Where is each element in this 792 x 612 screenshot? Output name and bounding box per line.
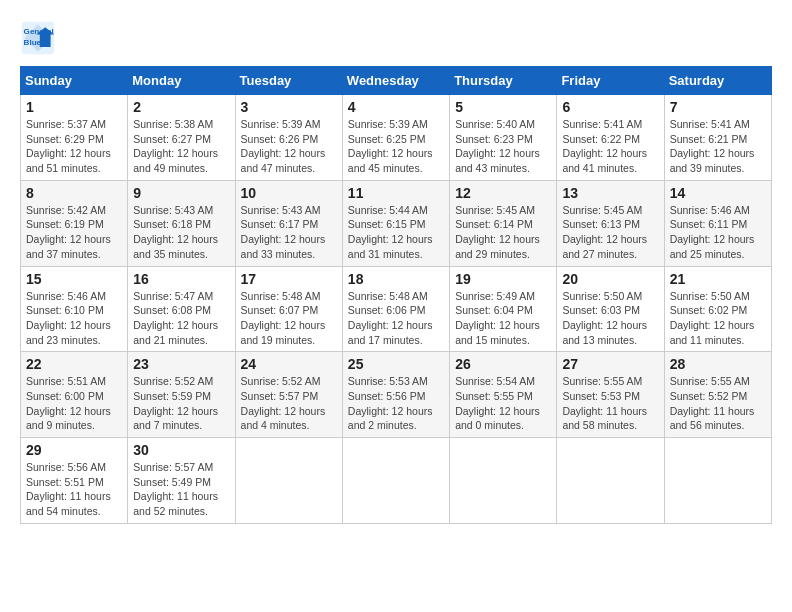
- calendar-cell: 16 Sunrise: 5:47 AM Sunset: 6:08 PM Dayl…: [128, 266, 235, 352]
- day-number: 25: [348, 356, 444, 372]
- calendar-cell: 30 Sunrise: 5:57 AM Sunset: 5:49 PM Dayl…: [128, 438, 235, 524]
- calendar-cell: 25 Sunrise: 5:53 AM Sunset: 5:56 PM Dayl…: [342, 352, 449, 438]
- day-info: Sunrise: 5:56 AM Sunset: 5:51 PM Dayligh…: [26, 460, 122, 519]
- day-info: Sunrise: 5:48 AM Sunset: 6:06 PM Dayligh…: [348, 289, 444, 348]
- calendar-cell: 23 Sunrise: 5:52 AM Sunset: 5:59 PM Dayl…: [128, 352, 235, 438]
- calendar-cell: 19 Sunrise: 5:49 AM Sunset: 6:04 PM Dayl…: [450, 266, 557, 352]
- day-number: 1: [26, 99, 122, 115]
- day-number: 22: [26, 356, 122, 372]
- day-info: Sunrise: 5:46 AM Sunset: 6:10 PM Dayligh…: [26, 289, 122, 348]
- day-info: Sunrise: 5:44 AM Sunset: 6:15 PM Dayligh…: [348, 203, 444, 262]
- page-header: General Blue: [20, 20, 772, 56]
- day-info: Sunrise: 5:47 AM Sunset: 6:08 PM Dayligh…: [133, 289, 229, 348]
- calendar-cell: 26 Sunrise: 5:54 AM Sunset: 5:55 PM Dayl…: [450, 352, 557, 438]
- col-friday: Friday: [557, 67, 664, 95]
- logo-icon: General Blue: [20, 20, 56, 56]
- day-info: Sunrise: 5:55 AM Sunset: 5:52 PM Dayligh…: [670, 374, 766, 433]
- day-number: 4: [348, 99, 444, 115]
- day-number: 20: [562, 271, 658, 287]
- day-number: 2: [133, 99, 229, 115]
- calendar-cell: 8 Sunrise: 5:42 AM Sunset: 6:19 PM Dayli…: [21, 180, 128, 266]
- calendar-cell: 12 Sunrise: 5:45 AM Sunset: 6:14 PM Dayl…: [450, 180, 557, 266]
- day-number: 12: [455, 185, 551, 201]
- day-info: Sunrise: 5:52 AM Sunset: 5:57 PM Dayligh…: [241, 374, 337, 433]
- calendar-cell: [342, 438, 449, 524]
- calendar-cell: 10 Sunrise: 5:43 AM Sunset: 6:17 PM Dayl…: [235, 180, 342, 266]
- day-info: Sunrise: 5:55 AM Sunset: 5:53 PM Dayligh…: [562, 374, 658, 433]
- calendar-cell: [664, 438, 771, 524]
- calendar-cell: 15 Sunrise: 5:46 AM Sunset: 6:10 PM Dayl…: [21, 266, 128, 352]
- calendar-header-row: Sunday Monday Tuesday Wednesday Thursday…: [21, 67, 772, 95]
- col-saturday: Saturday: [664, 67, 771, 95]
- day-number: 17: [241, 271, 337, 287]
- col-tuesday: Tuesday: [235, 67, 342, 95]
- col-monday: Monday: [128, 67, 235, 95]
- day-info: Sunrise: 5:54 AM Sunset: 5:55 PM Dayligh…: [455, 374, 551, 433]
- calendar-week-row: 1 Sunrise: 5:37 AM Sunset: 6:29 PM Dayli…: [21, 95, 772, 181]
- day-number: 3: [241, 99, 337, 115]
- day-info: Sunrise: 5:42 AM Sunset: 6:19 PM Dayligh…: [26, 203, 122, 262]
- day-info: Sunrise: 5:43 AM Sunset: 6:17 PM Dayligh…: [241, 203, 337, 262]
- day-info: Sunrise: 5:39 AM Sunset: 6:26 PM Dayligh…: [241, 117, 337, 176]
- calendar-cell: 7 Sunrise: 5:41 AM Sunset: 6:21 PM Dayli…: [664, 95, 771, 181]
- calendar-cell: 3 Sunrise: 5:39 AM Sunset: 6:26 PM Dayli…: [235, 95, 342, 181]
- day-number: 13: [562, 185, 658, 201]
- day-info: Sunrise: 5:38 AM Sunset: 6:27 PM Dayligh…: [133, 117, 229, 176]
- calendar-cell: 11 Sunrise: 5:44 AM Sunset: 6:15 PM Dayl…: [342, 180, 449, 266]
- day-number: 16: [133, 271, 229, 287]
- col-thursday: Thursday: [450, 67, 557, 95]
- calendar-cell: [557, 438, 664, 524]
- calendar-cell: 4 Sunrise: 5:39 AM Sunset: 6:25 PM Dayli…: [342, 95, 449, 181]
- calendar-cell: 17 Sunrise: 5:48 AM Sunset: 6:07 PM Dayl…: [235, 266, 342, 352]
- calendar-table: Sunday Monday Tuesday Wednesday Thursday…: [20, 66, 772, 524]
- calendar-cell: 14 Sunrise: 5:46 AM Sunset: 6:11 PM Dayl…: [664, 180, 771, 266]
- day-info: Sunrise: 5:52 AM Sunset: 5:59 PM Dayligh…: [133, 374, 229, 433]
- col-sunday: Sunday: [21, 67, 128, 95]
- day-number: 29: [26, 442, 122, 458]
- calendar-week-row: 15 Sunrise: 5:46 AM Sunset: 6:10 PM Dayl…: [21, 266, 772, 352]
- day-number: 21: [670, 271, 766, 287]
- day-info: Sunrise: 5:48 AM Sunset: 6:07 PM Dayligh…: [241, 289, 337, 348]
- calendar-cell: 18 Sunrise: 5:48 AM Sunset: 6:06 PM Dayl…: [342, 266, 449, 352]
- calendar-cell: 6 Sunrise: 5:41 AM Sunset: 6:22 PM Dayli…: [557, 95, 664, 181]
- col-wednesday: Wednesday: [342, 67, 449, 95]
- day-number: 18: [348, 271, 444, 287]
- svg-text:Blue: Blue: [24, 38, 42, 47]
- day-number: 6: [562, 99, 658, 115]
- day-number: 7: [670, 99, 766, 115]
- day-number: 28: [670, 356, 766, 372]
- day-info: Sunrise: 5:57 AM Sunset: 5:49 PM Dayligh…: [133, 460, 229, 519]
- day-info: Sunrise: 5:45 AM Sunset: 6:13 PM Dayligh…: [562, 203, 658, 262]
- day-number: 30: [133, 442, 229, 458]
- calendar-cell: 9 Sunrise: 5:43 AM Sunset: 6:18 PM Dayli…: [128, 180, 235, 266]
- day-info: Sunrise: 5:51 AM Sunset: 6:00 PM Dayligh…: [26, 374, 122, 433]
- day-info: Sunrise: 5:40 AM Sunset: 6:23 PM Dayligh…: [455, 117, 551, 176]
- day-info: Sunrise: 5:39 AM Sunset: 6:25 PM Dayligh…: [348, 117, 444, 176]
- day-info: Sunrise: 5:53 AM Sunset: 5:56 PM Dayligh…: [348, 374, 444, 433]
- day-number: 23: [133, 356, 229, 372]
- calendar-cell: 22 Sunrise: 5:51 AM Sunset: 6:00 PM Dayl…: [21, 352, 128, 438]
- calendar-cell: 2 Sunrise: 5:38 AM Sunset: 6:27 PM Dayli…: [128, 95, 235, 181]
- calendar-week-row: 8 Sunrise: 5:42 AM Sunset: 6:19 PM Dayli…: [21, 180, 772, 266]
- day-info: Sunrise: 5:45 AM Sunset: 6:14 PM Dayligh…: [455, 203, 551, 262]
- calendar-cell: [235, 438, 342, 524]
- day-number: 5: [455, 99, 551, 115]
- calendar-cell: 24 Sunrise: 5:52 AM Sunset: 5:57 PM Dayl…: [235, 352, 342, 438]
- day-info: Sunrise: 5:46 AM Sunset: 6:11 PM Dayligh…: [670, 203, 766, 262]
- day-number: 24: [241, 356, 337, 372]
- calendar-cell: 29 Sunrise: 5:56 AM Sunset: 5:51 PM Dayl…: [21, 438, 128, 524]
- day-number: 8: [26, 185, 122, 201]
- day-number: 27: [562, 356, 658, 372]
- day-number: 14: [670, 185, 766, 201]
- day-info: Sunrise: 5:49 AM Sunset: 6:04 PM Dayligh…: [455, 289, 551, 348]
- calendar-week-row: 22 Sunrise: 5:51 AM Sunset: 6:00 PM Dayl…: [21, 352, 772, 438]
- calendar-cell: [450, 438, 557, 524]
- day-info: Sunrise: 5:41 AM Sunset: 6:21 PM Dayligh…: [670, 117, 766, 176]
- logo: General Blue: [20, 20, 62, 56]
- calendar-cell: 5 Sunrise: 5:40 AM Sunset: 6:23 PM Dayli…: [450, 95, 557, 181]
- calendar-cell: 27 Sunrise: 5:55 AM Sunset: 5:53 PM Dayl…: [557, 352, 664, 438]
- day-info: Sunrise: 5:43 AM Sunset: 6:18 PM Dayligh…: [133, 203, 229, 262]
- calendar-cell: 21 Sunrise: 5:50 AM Sunset: 6:02 PM Dayl…: [664, 266, 771, 352]
- calendar-cell: 1 Sunrise: 5:37 AM Sunset: 6:29 PM Dayli…: [21, 95, 128, 181]
- day-number: 15: [26, 271, 122, 287]
